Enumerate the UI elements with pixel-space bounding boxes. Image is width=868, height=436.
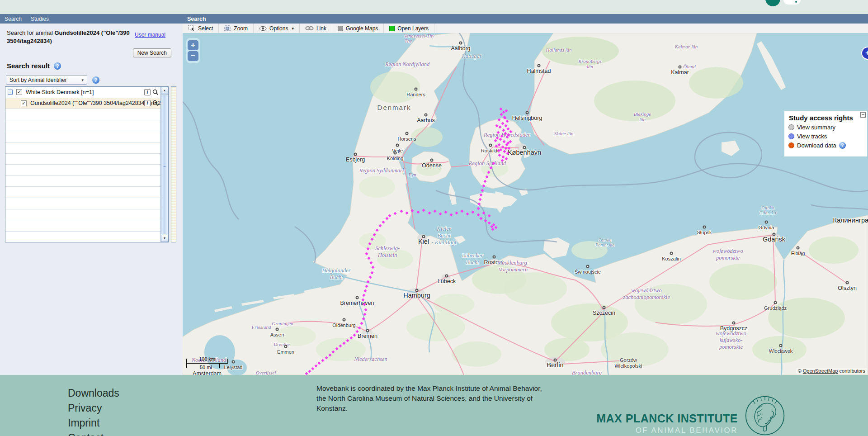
tree-row-empty[interactable] <box>5 120 160 132</box>
map-base-art <box>183 33 868 375</box>
toolbar-label: Google Maps <box>346 25 378 32</box>
footer-text-line: the North Carolina Museum of Natural Sci… <box>316 393 542 403</box>
footer-coordination-text: Movebank is coordinated by the Max Planc… <box>316 384 542 413</box>
row-checkbox[interactable]: ✓ <box>16 89 22 95</box>
tree-row-empty[interactable] <box>5 198 160 209</box>
footer-link-imprint[interactable]: Imprint <box>68 416 119 431</box>
tree-row-empty[interactable] <box>5 209 160 221</box>
tree-row-empty[interactable] <box>5 109 160 120</box>
max-planck-wordmark: MAX PLANCK INSTITUTE OF ANIMAL BEHAVIOR <box>596 412 738 435</box>
toolbar-link-button[interactable]: Link <box>300 24 332 33</box>
tree-row-label: Gundsolille2024 (""Ole""/390 3504/tag242… <box>30 100 160 106</box>
tree-rows: −✓White Stork Denmark [n=1]i✓Gundsolille… <box>5 87 160 242</box>
tree-row-empty[interactable] <box>5 176 160 187</box>
toolbar-google-maps-button[interactable]: Google Maps <box>332 24 384 33</box>
help-icon[interactable]: ? <box>92 76 99 84</box>
landmass-continent <box>183 33 868 375</box>
movebank-search-page: SearchStudies Search for animal Gundsoli… <box>0 0 868 436</box>
toolbar-open-layers-button[interactable]: Open Layers <box>384 24 434 33</box>
footer-link-privacy[interactable]: Privacy <box>68 401 119 416</box>
pill-dot-icon <box>795 1 797 3</box>
user-manual-link[interactable]: User manual <box>135 32 165 38</box>
sidebar-panel: SearchStudies Search for animal Gundsoli… <box>0 14 183 375</box>
collapse-toggle-icon[interactable]: − <box>8 90 13 95</box>
search-result-tree: −✓White Stork Denmark [n=1]i✓Gundsolille… <box>5 86 169 242</box>
toolbar-zoom-button[interactable]: Zoom <box>219 24 254 33</box>
map-canvas[interactable]: Vendsyssel-ThyThyAalborgKattegatRegion N… <box>183 33 868 375</box>
row-icons: i <box>144 98 159 109</box>
tree-row[interactable]: −✓White Stork Denmark [n=1]i <box>5 87 160 98</box>
legend-color-dot <box>788 124 794 130</box>
legend-title: Study access rights <box>789 114 867 122</box>
sort-dropdown-value: Sort by Animal Identifier <box>9 77 67 83</box>
map-zoom-control: + − <box>186 38 200 63</box>
chevron-down-icon: ▾ <box>292 26 294 31</box>
toolbar-select-button[interactable]: Select <box>183 24 219 33</box>
magnifier-icon[interactable] <box>152 100 159 106</box>
mpi-line2: OF ANIMAL BEHAVIOR <box>596 426 738 435</box>
toolbar-label: Options <box>269 25 288 32</box>
sort-dropdown[interactable]: Sort by Animal Identifier ▾ <box>6 75 87 85</box>
sq-green-icon <box>389 26 395 31</box>
map-panel: Search SelectZoomOptions▾LinkGoogle Maps… <box>183 14 868 375</box>
tab-studies[interactable]: Studies <box>31 16 49 22</box>
eye-icon <box>259 26 267 31</box>
page-footer: DownloadsPrivacyImprintContact Movebank … <box>0 375 868 436</box>
legend-item-label: View tracks <box>797 133 827 140</box>
tree-row-empty[interactable] <box>5 154 160 165</box>
island-langeland <box>448 182 457 205</box>
sidebar-tabbar: SearchStudies <box>0 14 183 24</box>
legend-item-label: View summary <box>797 124 835 131</box>
openstreetmap-link[interactable]: OpenStreetMap <box>803 368 838 374</box>
legend-collapse-icon[interactable]: − <box>860 112 866 118</box>
map-scalebar: 100 km 50 mi <box>185 355 235 373</box>
tree-row[interactable]: ✓Gundsolille2024 (""Ole""/390 3504/tag24… <box>5 98 160 109</box>
magnifier-icon[interactable] <box>152 89 159 95</box>
select-icon <box>188 25 195 32</box>
study-access-rights-legend: Study access rights − View summaryView t… <box>784 111 867 156</box>
new-search-button[interactable]: New Search <box>133 48 171 57</box>
scroll-up-button[interactable]: ▲ <box>161 87 168 94</box>
toolbar-options-button[interactable]: Options▾ <box>254 24 300 33</box>
footer-text-line: Konstanz. <box>316 403 542 413</box>
svg-text:50 mi: 50 mi <box>200 365 212 370</box>
legend-item-view-tracks: View tracks <box>788 133 867 140</box>
tree-row-label: White Stork Denmark [n=1] <box>26 89 113 95</box>
zoom-out-button[interactable]: − <box>188 51 198 61</box>
link-icon <box>305 26 314 31</box>
toolbar-label: Link <box>316 25 326 32</box>
tree-row-empty[interactable] <box>5 220 160 232</box>
island-oland <box>757 41 786 90</box>
scroll-down-button[interactable]: ▼ <box>161 235 168 242</box>
tree-row-empty[interactable] <box>5 142 160 154</box>
island-fehmarn <box>454 236 466 244</box>
tree-row-empty[interactable] <box>5 232 160 242</box>
tree-row-empty[interactable] <box>5 131 160 142</box>
footer-link-contact[interactable]: Contact <box>68 431 119 436</box>
widget-circle-icon[interactable] <box>765 0 780 6</box>
toolbar-label: Zoom <box>234 25 248 32</box>
panel-splitter[interactable] <box>171 86 176 242</box>
help-icon[interactable]: ? <box>839 142 846 149</box>
search-for-prefix: Search for animal <box>7 29 55 36</box>
scroll-thumb[interactable] <box>161 95 168 234</box>
island-falster <box>494 191 505 213</box>
map-toolbar: SelectZoomOptions▾LinkGoogle MapsOpen La… <box>183 24 868 33</box>
search-result-heading: Search result <box>7 62 50 70</box>
legend-items: View summaryView tracksDownload data? <box>784 124 867 149</box>
legend-item-label: Download data <box>797 142 836 149</box>
tree-row-empty[interactable] <box>5 165 160 176</box>
help-icon[interactable]: ? <box>54 62 61 70</box>
legend-color-dot <box>788 142 794 148</box>
zoom-in-button[interactable]: + <box>188 40 198 50</box>
widget-pill[interactable] <box>783 0 801 5</box>
toolbar-label: Open Layers <box>397 25 429 32</box>
tree-row-empty[interactable] <box>5 187 160 198</box>
tab-search[interactable]: Search <box>5 16 22 22</box>
toolbar-label: Select <box>198 25 213 32</box>
sq-gray-icon <box>338 26 343 31</box>
info-icon[interactable]: i <box>144 100 151 106</box>
footer-link-downloads[interactable]: Downloads <box>68 386 119 401</box>
info-icon[interactable]: i <box>144 89 151 95</box>
row-checkbox[interactable]: ✓ <box>21 100 27 106</box>
